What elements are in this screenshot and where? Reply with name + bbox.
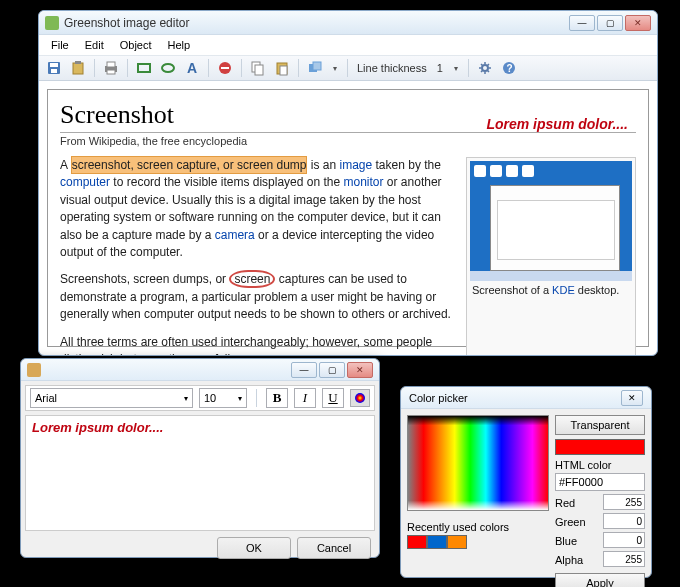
link-kde[interactable]: KDE — [552, 284, 575, 296]
app-icon — [45, 16, 59, 30]
article-body: A screenshot, screen capture, or screen … — [60, 157, 456, 355]
dialog-maximize-button[interactable]: ▢ — [319, 362, 345, 378]
color-picker-titlebar[interactable]: Color picker ✕ — [401, 387, 651, 409]
text-annotation[interactable]: Lorem ipsum dolor.... — [486, 116, 628, 132]
menu-file[interactable]: File — [43, 37, 77, 53]
settings-icon[interactable] — [474, 57, 496, 79]
link-camera[interactable]: camera — [215, 228, 255, 242]
svg-rect-12 — [221, 67, 229, 69]
text-color-button[interactable] — [350, 389, 370, 407]
svg-rect-18 — [313, 62, 321, 70]
svg-point-19 — [482, 65, 488, 71]
copy-icon[interactable] — [247, 57, 269, 79]
print-icon[interactable] — [100, 57, 122, 79]
rectangle-tool-icon[interactable] — [133, 57, 155, 79]
minimize-button[interactable]: — — [569, 15, 595, 31]
recent-color-swatch[interactable] — [407, 535, 427, 549]
svg-text:?: ? — [506, 63, 512, 74]
recent-color-swatch[interactable] — [447, 535, 467, 549]
help-icon[interactable]: ? — [498, 57, 520, 79]
dialog-icon — [27, 363, 41, 377]
recent-colors — [407, 535, 549, 549]
alpha-input[interactable] — [603, 551, 645, 567]
link-computer[interactable]: computer — [60, 175, 110, 189]
svg-rect-3 — [73, 63, 83, 74]
document: Screenshot From Wikipedia, the free ency… — [47, 89, 649, 347]
svg-rect-14 — [255, 65, 263, 75]
editor-window: Greenshot image editor — ▢ ✕ File Edit O… — [38, 10, 658, 356]
font-select[interactable]: Arial ▾ — [30, 388, 193, 408]
font-value: Arial — [35, 392, 57, 404]
red-input[interactable] — [603, 494, 645, 510]
canvas[interactable]: Screenshot From Wikipedia, the free ency… — [39, 81, 657, 355]
link-image[interactable]: image — [340, 158, 373, 172]
color-picker-close-button[interactable]: ✕ — [621, 390, 643, 406]
alpha-label: Alpha — [555, 554, 603, 566]
figure-image — [470, 161, 632, 281]
maximize-button[interactable]: ▢ — [597, 15, 623, 31]
text-tool-icon[interactable]: A — [181, 57, 203, 79]
svg-rect-6 — [107, 62, 115, 67]
html-color-label: HTML color — [555, 459, 645, 471]
delete-icon[interactable] — [214, 57, 236, 79]
figure-caption: Screenshot of a KDE desktop. — [470, 281, 632, 297]
window-title: Greenshot image editor — [64, 16, 569, 30]
link-monitor[interactable]: monitor — [344, 175, 384, 189]
current-color-preview — [555, 439, 645, 455]
save-icon[interactable] — [43, 57, 65, 79]
recent-color-swatch[interactable] — [427, 535, 447, 549]
apply-button[interactable]: Apply — [555, 573, 645, 587]
page-subtitle: From Wikipedia, the free encyclopedia — [60, 135, 636, 147]
svg-point-9 — [162, 64, 174, 72]
svg-text:A: A — [187, 60, 197, 76]
transparent-button[interactable]: Transparent — [555, 415, 645, 435]
size-select[interactable]: 10 ▾ — [199, 388, 247, 408]
chevron-down-icon: ▾ — [184, 394, 188, 403]
italic-button[interactable]: I — [294, 388, 316, 408]
blue-input[interactable] — [603, 532, 645, 548]
paste-icon[interactable] — [271, 57, 293, 79]
ellipse-annotation[interactable]: screen — [229, 270, 275, 288]
svg-rect-2 — [51, 69, 57, 73]
dialog-close-button[interactable]: ✕ — [347, 362, 373, 378]
close-button[interactable]: ✕ — [625, 15, 651, 31]
titlebar[interactable]: Greenshot image editor — ▢ ✕ — [39, 11, 657, 35]
text-dialog-titlebar[interactable]: — ▢ ✕ — [21, 359, 379, 381]
svg-rect-7 — [107, 70, 115, 74]
ellipse-tool-icon[interactable] — [157, 57, 179, 79]
menu-object[interactable]: Object — [112, 37, 160, 53]
cancel-button[interactable]: Cancel — [297, 537, 371, 559]
svg-rect-16 — [280, 66, 287, 75]
text-format-toolbar: Arial ▾ 10 ▾ B I U — [25, 385, 375, 411]
clipboard-icon[interactable] — [67, 57, 89, 79]
color-picker-title: Color picker — [409, 392, 468, 404]
figure: Screenshot of a KDE desktop. — [466, 157, 636, 355]
underline-button[interactable]: U — [322, 388, 344, 408]
menu-edit[interactable]: Edit — [77, 37, 112, 53]
recent-colors-label: Recently used colors — [407, 521, 549, 533]
text-input[interactable]: Lorem ipsum dolor.... — [25, 415, 375, 531]
dialog-minimize-button[interactable]: — — [291, 362, 317, 378]
line-thickness-label: Line thickness — [353, 62, 431, 74]
menu-help[interactable]: Help — [160, 37, 199, 53]
arrange-dropdown-icon[interactable]: ▾ — [328, 64, 342, 73]
size-value: 10 — [204, 392, 216, 404]
red-label: Red — [555, 497, 603, 509]
svg-rect-1 — [50, 63, 58, 67]
line-thickness-value: 1 — [433, 62, 447, 74]
highlight-annotation[interactable]: screenshot, screen capture, or screen du… — [71, 156, 308, 174]
toolbar: A ▾ Line thickness 1 ▾ ? — [39, 55, 657, 81]
svg-rect-8 — [138, 64, 150, 72]
arrange-icon[interactable] — [304, 57, 326, 79]
thickness-dropdown-icon[interactable]: ▾ — [449, 64, 463, 73]
ok-button[interactable]: OK — [217, 537, 291, 559]
menubar: File Edit Object Help — [39, 35, 657, 55]
color-picker-dialog: Color picker ✕ Recently used colors Tran… — [400, 386, 652, 578]
html-color-input[interactable] — [555, 473, 645, 491]
color-spectrum[interactable] — [407, 415, 549, 511]
color-wheel-icon — [355, 393, 365, 403]
text-editor-dialog: — ▢ ✕ Arial ▾ 10 ▾ B I U Lorem ipsum dol… — [20, 358, 380, 558]
green-label: Green — [555, 516, 603, 528]
green-input[interactable] — [603, 513, 645, 529]
bold-button[interactable]: B — [266, 388, 288, 408]
